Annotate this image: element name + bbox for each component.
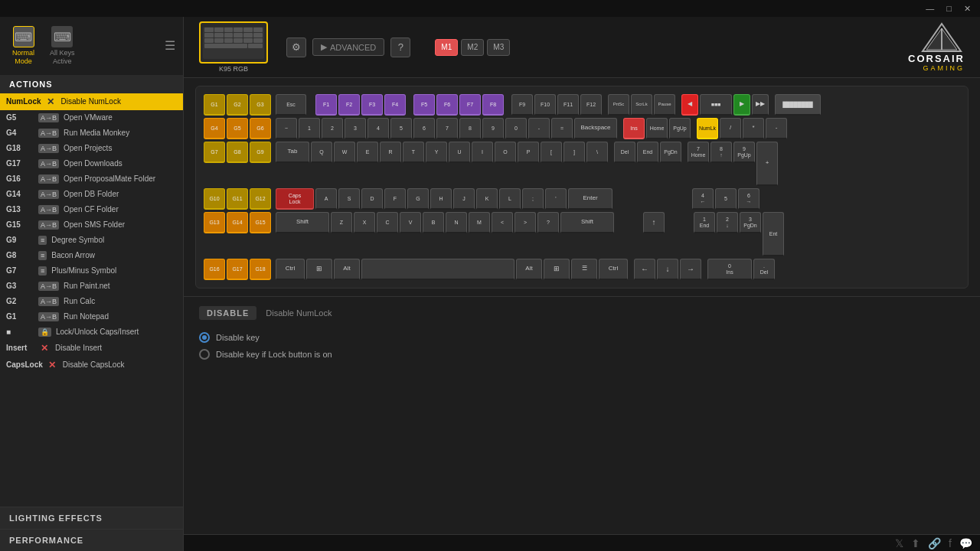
key-4[interactable]: 4: [368, 118, 389, 139]
radio-1-circle[interactable]: [199, 332, 210, 343]
key-9[interactable]: 9: [482, 118, 504, 139]
key-f2[interactable]: F2: [338, 94, 360, 116]
key-p[interactable]: P: [518, 142, 539, 163]
key-ctrl-left[interactable]: Ctrl: [276, 259, 305, 280]
key-g7[interactable]: G7: [204, 142, 225, 163]
key-num-mul[interactable]: *: [743, 118, 764, 139]
key-m[interactable]: M: [469, 212, 490, 233]
key-tab[interactable]: Tab: [276, 142, 309, 163]
key-q[interactable]: Q: [311, 142, 332, 163]
key-f[interactable]: F: [384, 188, 406, 210]
key-num-plus[interactable]: +: [756, 142, 778, 186]
key-f5[interactable]: F5: [413, 94, 435, 116]
key-g13[interactable]: G13: [204, 212, 225, 233]
key-z[interactable]: Z: [331, 212, 352, 233]
advanced-button[interactable]: ▶ ADVANCED: [312, 38, 384, 56]
key-f9[interactable]: F9: [511, 94, 533, 116]
key-num9[interactable]: 9PgUp: [733, 142, 755, 163]
key-g3[interactable]: G3: [250, 94, 271, 116]
key-shift-left[interactable]: Shift: [276, 212, 329, 233]
key-1[interactable]: 1: [299, 118, 320, 139]
action-g16[interactable]: G16 A→B Open ProposalMate Folder: [0, 171, 183, 187]
key-f4[interactable]: F4: [384, 94, 406, 116]
key-k[interactable]: K: [476, 188, 498, 210]
key-backspace[interactable]: Backspace: [574, 118, 617, 139]
radio-option-1[interactable]: Disable key: [199, 332, 965, 343]
key-2[interactable]: 2: [322, 118, 343, 139]
key-pause[interactable]: Pause: [654, 94, 675, 116]
key-quote[interactable]: ': [545, 188, 567, 210]
key-ctrl-r2[interactable]: ■■■: [700, 94, 732, 116]
key-numlock[interactable]: NumLk: [697, 118, 718, 139]
key-x[interactable]: X: [354, 212, 375, 233]
key-w[interactable]: W: [334, 142, 355, 163]
key-o[interactable]: O: [495, 142, 516, 163]
discord-icon[interactable]: 💬: [959, 537, 972, 549]
key-menu[interactable]: ☰: [571, 259, 597, 280]
key-g10[interactable]: G10: [204, 188, 225, 210]
key-n[interactable]: N: [446, 212, 467, 233]
action-g15[interactable]: G15 A→B Open SMS Folder: [0, 217, 183, 233]
key-equals[interactable]: =: [551, 118, 573, 139]
key-f3[interactable]: F3: [361, 94, 383, 116]
key-enter[interactable]: Enter: [568, 188, 612, 210]
keyboard-thumbnail[interactable]: [199, 21, 268, 64]
key-del[interactable]: Del: [614, 142, 635, 163]
key-ctrl-r3[interactable]: ▶: [733, 94, 750, 116]
key-f8[interactable]: F8: [482, 94, 504, 116]
key-num-sub[interactable]: -: [766, 118, 787, 139]
key-ctrl-right[interactable]: Ctrl: [599, 259, 628, 280]
key-f7[interactable]: F7: [459, 94, 481, 116]
key-f10[interactable]: F10: [534, 94, 556, 116]
key-minus[interactable]: -: [528, 118, 550, 139]
radio-option-2[interactable]: Disable key if Lock button is on: [199, 349, 965, 360]
key-f12[interactable]: F12: [580, 94, 602, 116]
action-g3[interactable]: G3 A→B Run Paint.net: [0, 279, 183, 294]
key-f11[interactable]: F11: [557, 94, 579, 116]
key-num0[interactable]: 0Ins: [707, 259, 752, 280]
action-g13[interactable]: G13 A→B Open CF Folder: [0, 202, 183, 217]
key-arrow-right[interactable]: →: [680, 259, 701, 280]
key-h[interactable]: H: [430, 188, 452, 210]
key-lbracket[interactable]: [: [541, 142, 562, 163]
action-g17[interactable]: G17 A→B Open Downloads: [0, 156, 183, 171]
key-pgup[interactable]: PgUp: [669, 118, 691, 139]
key-win-right[interactable]: ⊞: [544, 259, 570, 280]
key-esc[interactable]: Esc: [276, 94, 306, 116]
minimize-button[interactable]: —: [923, 4, 937, 13]
key-shift-right[interactable]: Shift: [560, 212, 614, 233]
profile-m1-button[interactable]: M1: [435, 39, 458, 56]
action-numlock[interactable]: NumLock ✕ Disable NumLock: [0, 93, 183, 110]
close-button[interactable]: ✕: [961, 4, 974, 14]
key-home[interactable]: Home: [646, 118, 668, 139]
key-arrow-left[interactable]: ←: [634, 259, 655, 280]
key-g12[interactable]: G12: [250, 188, 271, 210]
key-g14[interactable]: G14: [227, 212, 248, 233]
facebook-icon[interactable]: f: [949, 537, 952, 549]
key-g17[interactable]: G17: [227, 259, 248, 280]
key-backslash[interactable]: \: [586, 142, 608, 163]
action-g4[interactable]: G4 A→B Run Media Monkey: [0, 126, 183, 141]
key-num-div[interactable]: /: [720, 118, 741, 139]
key-insert[interactable]: Ins: [623, 118, 645, 139]
all-keys-mode-button[interactable]: ⌨ All KeysActive: [45, 23, 80, 69]
twitter-icon[interactable]: 𝕏: [895, 537, 903, 549]
key-c[interactable]: C: [377, 212, 398, 233]
key-g1[interactable]: G1: [204, 94, 225, 116]
action-insert[interactable]: Insert ✕ Disable Insert: [0, 340, 183, 357]
key-r[interactable]: R: [380, 142, 401, 163]
key-num4[interactable]: 4←: [692, 188, 714, 210]
maximize-button[interactable]: □: [943, 4, 955, 13]
key-win-left[interactable]: ⊞: [306, 259, 332, 280]
key-alt-left[interactable]: Alt: [334, 259, 360, 280]
key-slash[interactable]: ?: [537, 212, 559, 233]
key-g5[interactable]: G5: [227, 118, 248, 139]
action-lock[interactable]: ■ 🔒 Lock/Unlock Caps/Insert: [0, 324, 183, 340]
share-icon[interactable]: ⬆: [911, 537, 920, 549]
key-capslock[interactable]: CapsLock: [276, 188, 314, 210]
action-g5[interactable]: G5 A→B Open VMware: [0, 110, 183, 126]
link-icon[interactable]: 🔗: [928, 537, 941, 549]
action-g8[interactable]: G8 ≡ Bacon Arrow: [0, 248, 183, 263]
key-u[interactable]: U: [449, 142, 470, 163]
key-semicolon[interactable]: ;: [522, 188, 544, 210]
